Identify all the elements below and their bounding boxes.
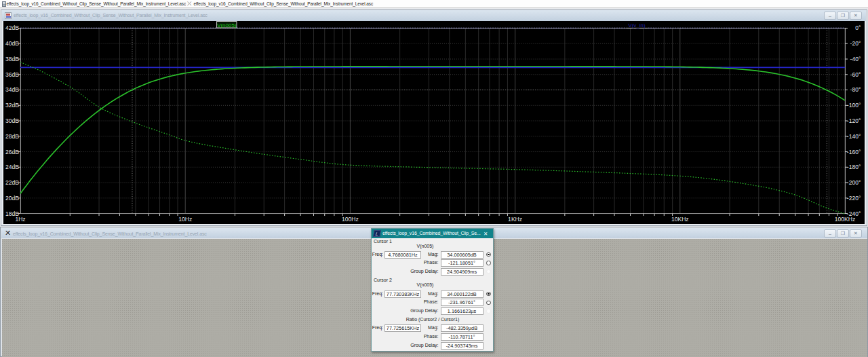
svg-text:-200°: -200°	[847, 179, 861, 186]
svg-text:10Hz: 10Hz	[178, 216, 192, 223]
svg-text:10KHz: 10KHz	[671, 216, 689, 223]
svg-text:1KHz: 1KHz	[508, 216, 522, 223]
svg-text:-220°: -220°	[847, 195, 861, 202]
svg-text:-60°: -60°	[850, 71, 861, 78]
svg-text:-120°: -120°	[847, 117, 861, 124]
svg-text:V(v_in): V(v_in)	[628, 22, 646, 29]
svg-text:100Hz: 100Hz	[342, 216, 359, 223]
svg-text:38dB: 38dB	[5, 56, 19, 62]
svg-text:28dB: 28dB	[5, 133, 19, 140]
svg-text:-180°: -180°	[847, 164, 861, 170]
svg-text:32dB: 32dB	[5, 102, 19, 109]
svg-text:40dB: 40dB	[5, 40, 19, 47]
svg-text:24dB: 24dB	[5, 164, 19, 170]
svg-text:26dB: 26dB	[5, 149, 19, 155]
svg-text:22dB: 22dB	[5, 179, 19, 186]
svg-text:-100°: -100°	[847, 102, 861, 109]
svg-text:20dB: 20dB	[5, 195, 19, 202]
svg-text:42dB: 42dB	[5, 24, 19, 31]
svg-text:-160°: -160°	[847, 149, 861, 155]
svg-text:100KHz: 100KHz	[835, 216, 855, 223]
svg-text:-40°: -40°	[850, 56, 861, 62]
svg-text:V(n005): V(n005)	[217, 22, 237, 29]
svg-text:30dB: 30dB	[5, 117, 19, 124]
svg-text:0°: 0°	[855, 24, 861, 31]
svg-text:1Hz: 1Hz	[15, 216, 25, 223]
svg-text:34dB: 34dB	[5, 86, 19, 93]
svg-text:-20°: -20°	[850, 40, 861, 47]
svg-text:-140°: -140°	[847, 133, 861, 140]
svg-text:36dB: 36dB	[5, 71, 19, 78]
svg-text:-80°: -80°	[850, 86, 861, 93]
